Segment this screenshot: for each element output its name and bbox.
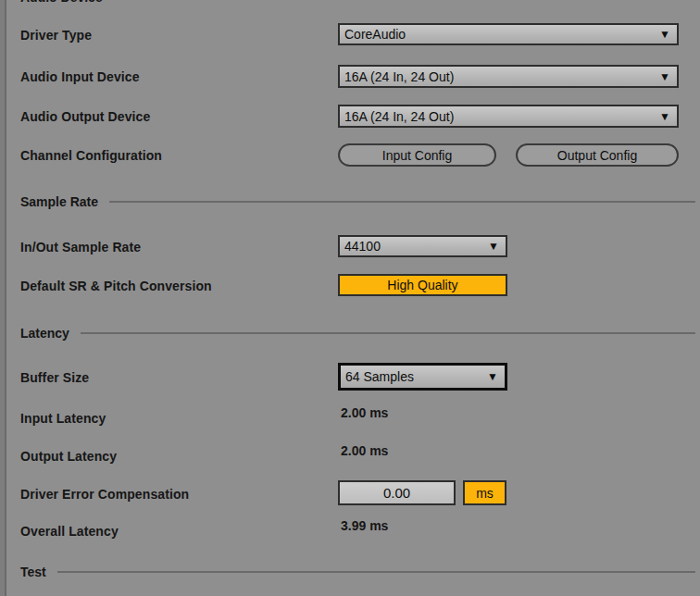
- high-quality-toggle-label: High Quality: [387, 278, 457, 292]
- section-header-test: Test: [20, 565, 695, 579]
- section-divider-line: [109, 201, 695, 203]
- chevron-down-icon: ▼: [659, 111, 670, 122]
- panel-left-edge: [0, 0, 6, 596]
- ms-unit-badge[interactable]: ms: [463, 480, 506, 505]
- overall-latency-value: 3.99 ms: [341, 518, 388, 533]
- buffer-size-label: Buffer Size: [20, 370, 89, 385]
- in-out-sample-rate-label: In/Out Sample Rate: [20, 240, 141, 255]
- chevron-down-icon: ▼: [659, 29, 670, 40]
- driver-error-compensation-label: Driver Error Compensation: [20, 487, 189, 502]
- buffer-size-dropdown[interactable]: 64 Samples ▼: [338, 363, 507, 391]
- channel-configuration-label: Channel Configuration: [20, 148, 162, 163]
- driver-type-dropdown[interactable]: CoreAudio ▼: [338, 23, 679, 45]
- in-out-sample-rate-dropdown[interactable]: 44100 ▼: [338, 235, 507, 257]
- output-latency-value: 2.00 ms: [341, 443, 388, 458]
- buffer-size-value: 64 Samples: [345, 369, 414, 384]
- default-sr-pitch-conversion-label: Default SR & Pitch Conversion: [20, 279, 212, 293]
- audio-input-device-dropdown[interactable]: 16A (24 In, 24 Out) ▼: [338, 65, 679, 88]
- chevron-down-icon: ▼: [487, 371, 498, 382]
- audio-input-device-label: Audio Input Device: [20, 69, 140, 84]
- driver-error-compensation-input[interactable]: 0.00: [338, 480, 456, 505]
- input-config-button-label: Input Config: [382, 148, 453, 163]
- audio-output-device-label: Audio Output Device: [20, 109, 150, 124]
- section-title-audio-device: Audio Device: [20, 0, 103, 5]
- section-header-sample-rate: Sample Rate: [20, 194, 695, 209]
- audio-preferences-panel: Audio Device Driver Type CoreAudio ▼ Aud…: [0, 0, 700, 596]
- chevron-down-icon: ▼: [659, 71, 670, 82]
- section-divider-line: [81, 332, 695, 334]
- section-title-test: Test: [20, 565, 46, 579]
- section-divider-line: [57, 571, 695, 573]
- section-title-latency: Latency: [20, 326, 69, 341]
- high-quality-toggle[interactable]: High Quality: [338, 274, 507, 296]
- driver-error-compensation-value: 0.00: [383, 485, 410, 501]
- audio-output-device-dropdown[interactable]: 16A (24 In, 24 Out) ▼: [338, 105, 679, 128]
- audio-output-device-value: 16A (24 In, 24 Out): [344, 109, 454, 124]
- overall-latency-label: Overall Latency: [20, 524, 119, 539]
- in-out-sample-rate-value: 44100: [344, 239, 381, 254]
- section-header-audio-device: Audio Device: [20, 0, 695, 5]
- output-config-button-label: Output Config: [557, 148, 637, 163]
- output-latency-label: Output Latency: [20, 449, 117, 464]
- ms-unit-label: ms: [476, 486, 494, 501]
- audio-input-device-value: 16A (24 In, 24 Out): [344, 69, 454, 84]
- input-config-button[interactable]: Input Config: [338, 143, 496, 167]
- driver-type-label: Driver Type: [20, 28, 92, 43]
- chevron-down-icon: ▼: [488, 241, 499, 252]
- driver-type-value: CoreAudio: [344, 27, 406, 42]
- section-header-latency: Latency: [20, 326, 695, 341]
- output-config-button[interactable]: Output Config: [516, 143, 679, 167]
- input-latency-label: Input Latency: [20, 411, 106, 426]
- input-latency-value: 2.00 ms: [341, 405, 388, 420]
- section-title-sample-rate: Sample Rate: [20, 194, 98, 209]
